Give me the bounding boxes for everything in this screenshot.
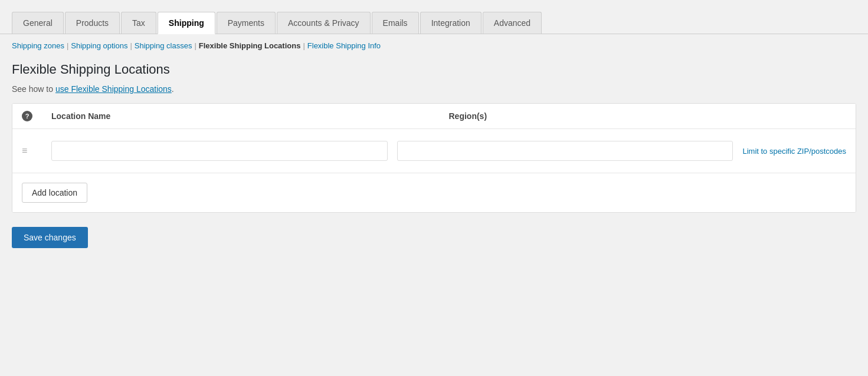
main-tabs: General Products Tax Shipping Payments A… [0, 0, 868, 34]
tab-advanced[interactable]: Advanced [483, 12, 542, 34]
separator-2: | [130, 41, 132, 50]
tab-accounts-privacy[interactable]: Accounts & Privacy [277, 12, 371, 34]
drag-handle[interactable]: ≡ [22, 146, 51, 156]
subnav-flexible-shipping-locations-active: Flexible Shipping Locations [199, 41, 301, 50]
table-header: ? Location Name Region(s) [12, 104, 856, 129]
limit-zip-link[interactable]: Limit to specific ZIP/postcodes [742, 147, 846, 156]
description-link[interactable]: use Flexible Shipping Locations [55, 84, 172, 94]
col-header-name: Location Name [51, 111, 449, 121]
subnav-shipping-zones[interactable]: Shipping zones [12, 41, 64, 50]
content-area: Shipping zones | Shipping options | Ship… [0, 34, 868, 260]
subnav-shipping-options[interactable]: Shipping options [71, 41, 127, 50]
tab-emails[interactable]: Emails [372, 12, 419, 34]
tab-payments[interactable]: Payments [217, 12, 276, 34]
tab-shipping[interactable]: Shipping [158, 12, 215, 34]
separator-4: | [303, 41, 304, 50]
page-title: Flexible Shipping Locations [12, 62, 856, 77]
add-location-section: Add location [12, 173, 856, 212]
description-suffix: . [172, 84, 174, 94]
separator-1: | [67, 41, 68, 50]
tab-products[interactable]: Products [65, 12, 120, 34]
subnav-shipping-classes[interactable]: Shipping classes [135, 41, 192, 50]
help-icon[interactable]: ? [22, 111, 32, 121]
location-name-input[interactable] [51, 141, 388, 161]
sub-navigation: Shipping zones | Shipping options | Ship… [12, 34, 856, 56]
header-icon-cell: ? [22, 111, 51, 121]
col-header-region: Region(s) [449, 111, 847, 121]
region-field-wrapper [397, 141, 733, 161]
tab-integration[interactable]: Integration [420, 12, 482, 34]
table-row: ≡ Limit to specific ZIP/postcodes [12, 129, 856, 173]
locations-table: ? Location Name Region(s) ≡ Limit to spe… [12, 103, 856, 213]
tab-general[interactable]: General [12, 12, 64, 34]
save-changes-button[interactable]: Save changes [12, 227, 88, 248]
region-input[interactable] [397, 141, 733, 161]
page-description: See how to use Flexible Shipping Locatio… [12, 84, 856, 94]
add-location-button[interactable]: Add location [22, 183, 87, 203]
location-name-field-wrapper [51, 141, 388, 161]
subnav-flexible-shipping-info[interactable]: Flexible Shipping Info [307, 41, 381, 50]
tab-tax[interactable]: Tax [121, 12, 156, 34]
separator-3: | [194, 41, 196, 50]
description-prefix: See how to [12, 84, 55, 94]
